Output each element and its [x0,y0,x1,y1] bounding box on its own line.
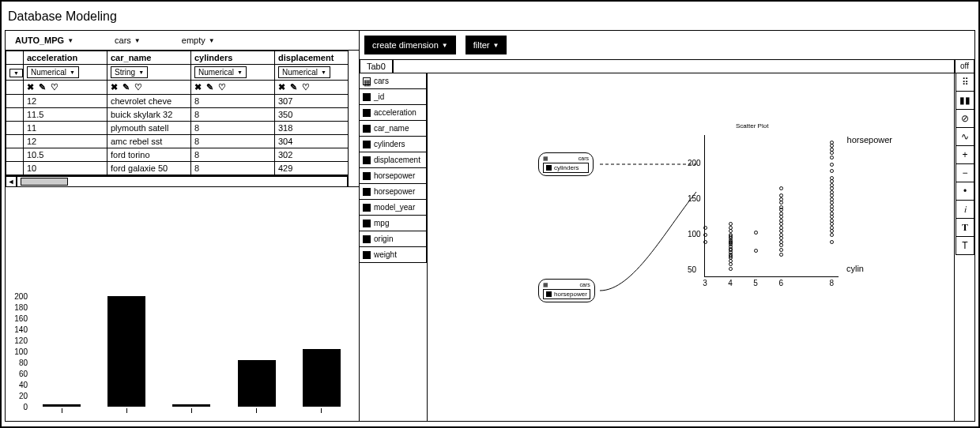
table-vscroll[interactable] [348,51,359,186]
table-row[interactable]: 12amc rebel sst8304 [6,135,359,148]
table-row[interactable]: 12chevrolet cheve8307 [6,95,359,108]
heart-icon[interactable]: ♡ [218,82,226,92]
scroll-thumb[interactable] [21,178,68,186]
scatter-plot: horsepower cylin 3456850100150200 [704,135,839,277]
edit-icon[interactable]: ✎ [206,82,213,92]
field-header[interactable]: ▦cars [359,73,427,89]
scatter-point [729,267,733,271]
tab-0[interactable]: Tab0 [360,59,393,73]
data-table-wrap: acceleration car_name cylinders displace… [6,51,359,187]
scatter-point [830,222,834,226]
dataset-dropdown[interactable]: AUTO_MPG ▼ [10,34,78,47]
tool-dot[interactable]: • [956,182,974,201]
field-item[interactable]: car_name [359,120,427,137]
scatter-point [830,212,834,216]
edit-icon[interactable]: ✎ [290,82,297,92]
table-row[interactable]: 11.5buick skylark 328350 [6,108,359,122]
table-header-row: acceleration car_name cylinders displace… [6,51,359,65]
field-item[interactable]: horsepower [359,183,427,200]
bar [172,404,210,407]
bar-ytick: 20 [19,392,28,400]
type-select-acceleration[interactable]: Numerical▼ [27,66,79,78]
field-swatch-icon [363,188,371,196]
scatter-xtick: 5 [753,279,758,287]
delete-icon[interactable]: ✖ [27,82,34,92]
field-swatch-icon [363,156,371,164]
field-swatch-icon [363,235,371,243]
type-select-cylinders[interactable]: Numerical▼ [194,66,247,78]
field-item[interactable]: _id [359,88,427,105]
field-item[interactable]: horsepower [359,167,427,184]
graph-node-cylinders[interactable]: ▦cars cylinders [538,152,594,176]
field-item[interactable]: displacement [359,152,427,168]
tool-bars[interactable]: ▮▮ [956,91,974,110]
table-dropdown[interactable]: cars ▼ [110,34,145,47]
bar-ytick: 200 [14,292,28,301]
extra-dropdown[interactable]: empty ▼ [177,34,220,47]
bar-xtick [256,408,257,413]
edit-icon[interactable]: ✎ [122,82,130,92]
scatter-point [779,248,783,252]
create-dimension-button[interactable]: create dimension ▼ [364,36,456,54]
scatter-point [830,233,834,237]
tool-line[interactable]: ∿ [956,127,974,146]
delete-icon[interactable]: ✖ [194,82,202,92]
type-select-displacement[interactable]: Numerical▼ [278,66,330,78]
field-item[interactable]: model_year [359,199,427,216]
scatter-point [779,233,783,237]
field-item[interactable]: mpg [359,215,427,231]
heart-icon[interactable]: ♡ [51,82,58,92]
table-row[interactable]: 10.5ford torino8302 [6,148,359,162]
tool-minus[interactable]: − [956,163,974,182]
scroll-left-arrow-icon[interactable]: ◄ [6,176,17,187]
scatter-point [779,201,783,205]
node-port-icon: ▦ [543,282,548,288]
filter-button[interactable]: filter ▼ [466,36,507,54]
tool-bold-T[interactable]: 𝐓 [956,218,974,237]
tool-T[interactable]: T [956,236,974,255]
bar-ytick: 0 [23,403,28,411]
cell-displacement: 318 [275,122,359,135]
heart-icon[interactable]: ♡ [134,82,142,92]
col-car-name[interactable]: car_name [107,51,191,65]
table-icon-row: ✖✎♡ ✖✎♡ ✖✎♡ ✖✎♡ [6,81,359,95]
delete-icon[interactable]: ✖ [278,82,285,92]
row-select[interactable]: ▼ [9,69,23,77]
scroll-track[interactable] [17,176,348,187]
cell-cylinders: 8 [191,135,275,148]
tab-bar: Tab0 off [360,60,974,73]
field-item[interactable]: cylinders [359,136,427,152]
graph-canvas[interactable]: ▦cars cylinders ▦cars horsepower Scatt [428,73,954,421]
edit-icon[interactable]: ✎ [39,82,46,92]
heart-icon[interactable]: ♡ [302,82,310,92]
col-cylinders[interactable]: cylinders [191,51,275,65]
scatter-point [830,141,834,145]
bar [238,360,276,407]
scatter-y-label: horsepower [847,135,892,145]
col-acceleration[interactable]: acceleration [24,51,107,65]
tool-italic[interactable]: 𝑖 [956,200,974,219]
left-toolbar: AUTO_MPG ▼ cars ▼ empty ▼ [6,31,359,51]
field-item[interactable]: weight [359,246,427,263]
scatter-point [779,215,783,219]
bar-xtick [191,408,192,413]
off-toggle[interactable]: off [955,59,974,73]
tool-scatter[interactable]: ⠿ [956,73,974,92]
col-displacement[interactable]: displacement [275,51,359,65]
table-row[interactable]: 11plymouth satell8318 [6,122,359,135]
cell-displacement: 429 [275,162,359,175]
table-row[interactable]: 10ford galaxie 508429 [6,162,359,175]
scatter-point [779,253,783,257]
table-hscroll[interactable]: ◄ ► [6,175,359,186]
delete-icon[interactable]: ✖ [111,82,118,92]
field-item[interactable]: origin [359,231,427,247]
type-select-car-name[interactable]: String▼ [111,66,148,78]
chevron-down-icon: ▼ [492,42,499,49]
scatter-point [779,236,783,240]
cell-cylinders: 8 [191,148,275,162]
field-item[interactable]: acceleration [359,104,427,121]
tool-nobin[interactable]: ⊘ [956,109,974,128]
graph-node-horsepower[interactable]: ▦cars horsepower [538,279,595,302]
scatter-xtick: 6 [778,279,783,287]
tool-plus[interactable]: + [956,145,974,164]
